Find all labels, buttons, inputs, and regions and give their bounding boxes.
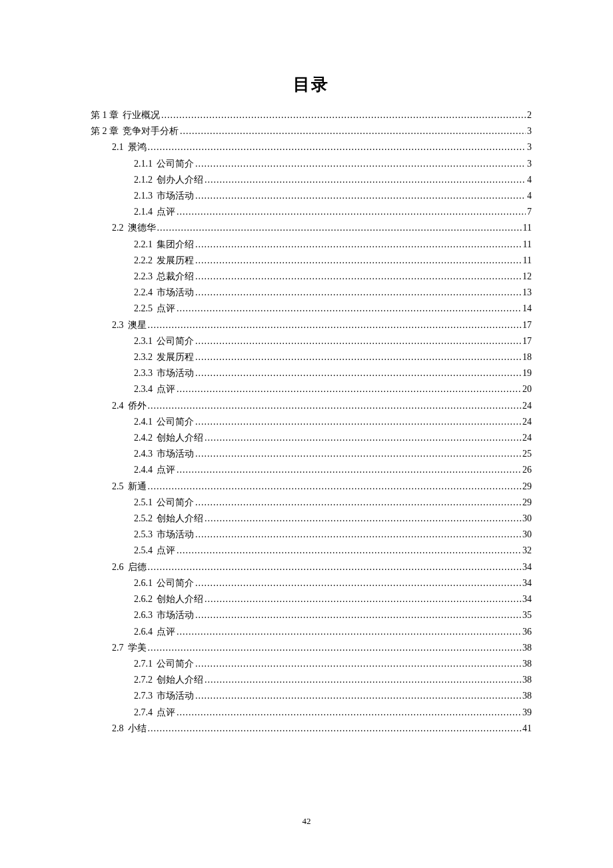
toc-leader-dots	[148, 559, 522, 575]
toc-page: 3	[527, 139, 532, 155]
toc-leader-dots	[195, 253, 522, 269]
toc-entry[interactable]: 2.6.2创始人介绍34	[91, 591, 532, 607]
toc-number: 2.5.3	[134, 527, 153, 543]
toc-entry[interactable]: 2.3澳星17	[91, 317, 532, 333]
toc-leader-dots	[195, 156, 526, 172]
toc-leader-dots	[195, 656, 521, 672]
toc-leader-dots	[148, 398, 522, 414]
toc-entry[interactable]: 2.2.3总裁介绍12	[91, 269, 532, 285]
toc-entry[interactable]: 2.1.3市场活动4	[91, 188, 532, 204]
toc-page: 34	[522, 575, 532, 591]
toc-leader-dots	[148, 139, 526, 155]
toc-label: 澳星	[128, 317, 147, 333]
toc-entry[interactable]: 2.3.3市场活动19	[91, 365, 532, 381]
toc-entry[interactable]: 2.1.2创办人介绍4	[91, 172, 532, 188]
toc-page: 11	[523, 253, 532, 269]
toc-label: 启德	[128, 559, 147, 575]
toc-leader-dots	[195, 365, 521, 381]
toc-entry[interactable]: 2.3.1公司简介17	[91, 333, 532, 349]
toc-leader-dots	[195, 285, 521, 301]
toc-leader-dots	[205, 430, 521, 446]
toc-entry[interactable]: 2.6.1公司简介34	[91, 575, 532, 591]
toc-leader-dots	[205, 672, 521, 688]
toc-label: 公司简介	[157, 414, 194, 430]
toc-page: 35	[522, 607, 532, 623]
toc-label: 侨外	[128, 398, 147, 414]
toc-page: 11	[523, 220, 532, 236]
toc-entry[interactable]: 2.6启德34	[91, 559, 532, 575]
toc-entry[interactable]: 2.4.4点评26	[91, 462, 532, 478]
toc-page: 38	[522, 656, 532, 672]
toc-label: 点评	[157, 705, 175, 721]
toc-entry[interactable]: 2.5.3市场活动30	[91, 527, 532, 543]
toc-entry[interactable]: 2.4.2创始人介绍24	[91, 430, 532, 446]
toc-number: 2.6.1	[134, 575, 153, 591]
toc-label: 点评	[157, 462, 175, 478]
toc-label: 市场活动	[157, 527, 194, 543]
toc-leader-dots	[157, 220, 522, 236]
toc-leader-dots	[148, 317, 522, 333]
toc-entry[interactable]: 2.6.4点评36	[91, 624, 532, 640]
toc-entry[interactable]: 2.2.1集团介绍11	[91, 237, 532, 253]
toc-entry[interactable]: 2.5.1公司简介29	[91, 495, 532, 511]
toc-leader-dots	[195, 527, 521, 543]
toc-label: 竞争对手分析	[123, 123, 179, 139]
toc-entry[interactable]: 2.4.3市场活动25	[91, 446, 532, 462]
toc-entry[interactable]: 2.2澳德华11	[91, 220, 532, 236]
toc-leader-dots	[195, 349, 521, 365]
toc-entry[interactable]: 2.4侨外24	[91, 398, 532, 414]
toc-page: 11	[523, 237, 532, 253]
toc-page: 18	[522, 349, 532, 365]
toc-leader-dots	[148, 640, 522, 656]
toc-entry[interactable]: 第 2 章竞争对手分析3	[91, 123, 532, 139]
toc-title: 目录	[91, 73, 532, 95]
toc-leader-dots	[177, 705, 521, 721]
toc-entry[interactable]: 2.3.4点评20	[91, 381, 532, 397]
toc-page: 2	[527, 107, 532, 123]
toc-number: 2.4.4	[134, 462, 153, 478]
toc-label: 公司简介	[157, 575, 194, 591]
toc-entry[interactable]: 第 1 章行业概况2	[91, 107, 532, 123]
toc-entry[interactable]: 2.7.3市场活动38	[91, 688, 532, 704]
toc-number: 2.1.3	[134, 188, 153, 204]
toc-entry[interactable]: 2.7.2创始人介绍38	[91, 672, 532, 688]
toc-page: 38	[522, 688, 532, 704]
toc-label: 创始人介绍	[157, 591, 203, 607]
toc-page: 38	[522, 640, 532, 656]
toc-leader-dots	[195, 188, 526, 204]
toc-label: 点评	[157, 204, 175, 220]
toc-label: 公司简介	[157, 156, 194, 172]
toc-page: 4	[527, 172, 532, 188]
toc-entry[interactable]: 2.1.1公司简介3	[91, 156, 532, 172]
toc-number: 2.7.3	[134, 688, 153, 704]
toc-number: 2.1.2	[134, 172, 153, 188]
toc-entry[interactable]: 2.3.2发展历程18	[91, 349, 532, 365]
toc-entry[interactable]: 2.2.2发展历程11	[91, 253, 532, 269]
toc-leader-dots	[205, 172, 526, 188]
toc-entry[interactable]: 2.5.4点评32	[91, 543, 532, 559]
toc-entry[interactable]: 2.4.1公司简介24	[91, 414, 532, 430]
toc-entry[interactable]: 2.5.2创始人介绍30	[91, 511, 532, 527]
toc-page: 29	[522, 479, 532, 495]
toc-leader-dots	[177, 543, 521, 559]
toc-number: 2.4.1	[134, 414, 153, 430]
toc-entry[interactable]: 2.7学美38	[91, 640, 532, 656]
toc-leader-dots	[161, 107, 526, 123]
toc-entry[interactable]: 2.2.4市场活动13	[91, 285, 532, 301]
toc-label: 澳德华	[128, 220, 156, 236]
toc-entry[interactable]: 2.2.5点评14	[91, 301, 532, 317]
toc-entry[interactable]: 2.7.4点评39	[91, 705, 532, 721]
toc-leader-dots	[148, 721, 522, 737]
toc-page: 30	[522, 511, 532, 527]
toc-page: 26	[522, 462, 532, 478]
toc-entry[interactable]: 2.1景鸿3	[91, 139, 532, 155]
toc-leader-dots	[195, 495, 521, 511]
toc-entry[interactable]: 2.6.3市场活动35	[91, 607, 532, 623]
toc-entry[interactable]: 2.8小结41	[91, 721, 532, 737]
toc-number: 2.6.3	[134, 607, 153, 623]
toc-entry[interactable]: 2.1.4点评7	[91, 204, 532, 220]
toc-number: 2.3	[112, 317, 124, 333]
toc-entry[interactable]: 2.5新通29	[91, 479, 532, 495]
toc-number: 2.6.2	[134, 591, 153, 607]
toc-entry[interactable]: 2.7.1公司简介38	[91, 656, 532, 672]
